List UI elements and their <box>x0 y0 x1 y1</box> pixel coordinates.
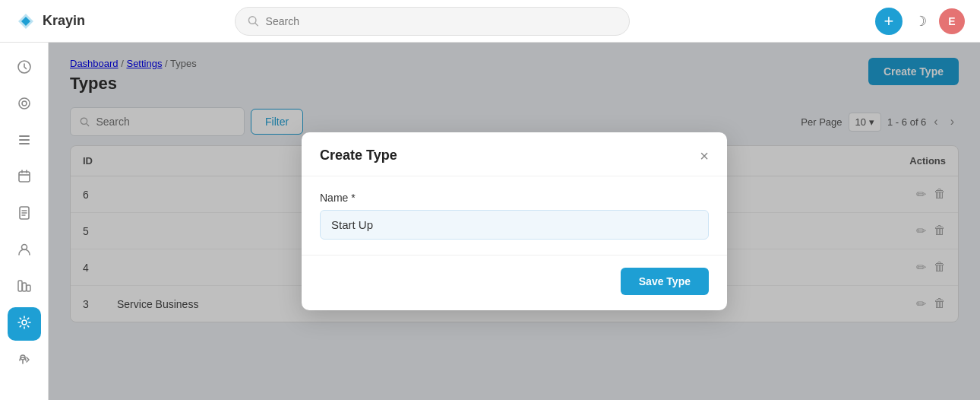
activity-icon <box>17 59 32 78</box>
tasks-icon <box>17 132 32 151</box>
add-button[interactable]: + <box>875 8 903 35</box>
modal-body: Name * <box>302 176 727 255</box>
svg-rect-10 <box>18 281 22 291</box>
contacts-icon <box>17 96 32 115</box>
name-input[interactable] <box>320 210 709 240</box>
integrations-icon <box>17 351 32 370</box>
create-type-modal: Create Type × Name * Save Type <box>302 132 727 310</box>
avatar[interactable]: E <box>939 8 965 34</box>
sidebar-item-calendar[interactable] <box>8 161 41 195</box>
main-layout: Dashboard / Settings / Types Types Creat… <box>0 43 980 400</box>
sidebar <box>0 43 49 400</box>
app-name: Krayin <box>43 13 85 29</box>
theme-toggle-icon[interactable]: ☽ <box>915 13 927 30</box>
pipeline-icon <box>17 278 32 297</box>
modal-footer: Save Type <box>302 255 727 310</box>
nav-right: + ☽ E <box>875 8 965 35</box>
sidebar-item-activity[interactable] <box>8 52 41 85</box>
sidebar-item-settings[interactable] <box>8 307 41 341</box>
sidebar-item-tasks[interactable] <box>8 125 41 158</box>
krayin-logo-icon <box>15 11 36 32</box>
modal-close-button[interactable]: × <box>700 148 709 163</box>
svg-rect-12 <box>27 285 30 291</box>
svg-point-3 <box>22 101 27 106</box>
svg-rect-5 <box>19 139 30 141</box>
svg-point-2 <box>19 98 30 109</box>
svg-point-13 <box>22 320 27 325</box>
logo: Krayin <box>15 11 106 32</box>
notes-icon <box>17 205 32 224</box>
sidebar-item-contacts[interactable] <box>8 88 41 122</box>
modal-header: Create Type × <box>302 132 727 176</box>
svg-rect-6 <box>19 143 30 144</box>
search-icon <box>248 15 259 27</box>
name-label: Name * <box>320 192 709 204</box>
svg-rect-4 <box>19 135 30 137</box>
svg-rect-7 <box>19 172 30 182</box>
sidebar-item-pipeline[interactable] <box>8 271 41 304</box>
modal-title: Create Type <box>320 148 397 163</box>
global-search-input[interactable] <box>266 15 618 27</box>
settings-icon <box>17 315 32 334</box>
global-search-bar[interactable] <box>235 7 630 36</box>
calendar-icon <box>17 169 32 188</box>
save-type-button[interactable]: Save Type <box>621 268 709 295</box>
sidebar-item-integrations[interactable] <box>8 344 41 377</box>
main-content: Dashboard / Settings / Types Types Creat… <box>49 43 980 400</box>
sidebar-item-users[interactable] <box>8 234 41 268</box>
top-navigation: Krayin + ☽ E <box>0 0 980 43</box>
sidebar-item-notes[interactable] <box>8 198 41 231</box>
users-icon <box>17 242 32 261</box>
modal-overlay[interactable]: Create Type × Name * Save Type <box>49 43 980 400</box>
svg-rect-11 <box>22 283 26 291</box>
